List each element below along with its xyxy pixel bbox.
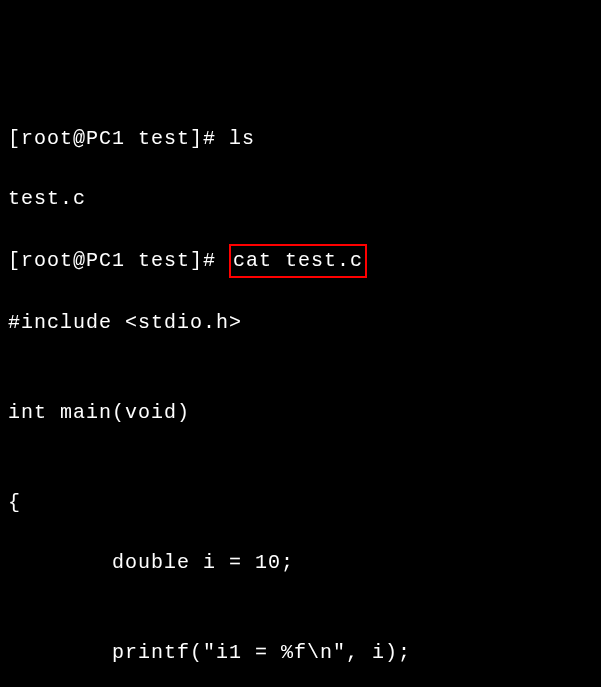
shell-prompt: [root@PC1 test]# (8, 249, 229, 272)
source-line: printf("i1 = %f\n", i); (8, 638, 593, 668)
terminal-line: [root@PC1 test]# ls (8, 124, 593, 154)
source-line: { (8, 488, 593, 518)
highlight-cat-command[interactable]: cat test.c (229, 244, 367, 278)
terminal-line: [root@PC1 test]# cat test.c (8, 244, 593, 278)
source-line: #include <stdio.h> (8, 308, 593, 338)
source-line: double i = 10; (8, 548, 593, 578)
command-ls[interactable]: ls (229, 127, 255, 150)
source-line: int main(void) (8, 398, 593, 428)
shell-prompt: [root@PC1 test]# (8, 127, 229, 150)
ls-output: test.c (8, 184, 593, 214)
